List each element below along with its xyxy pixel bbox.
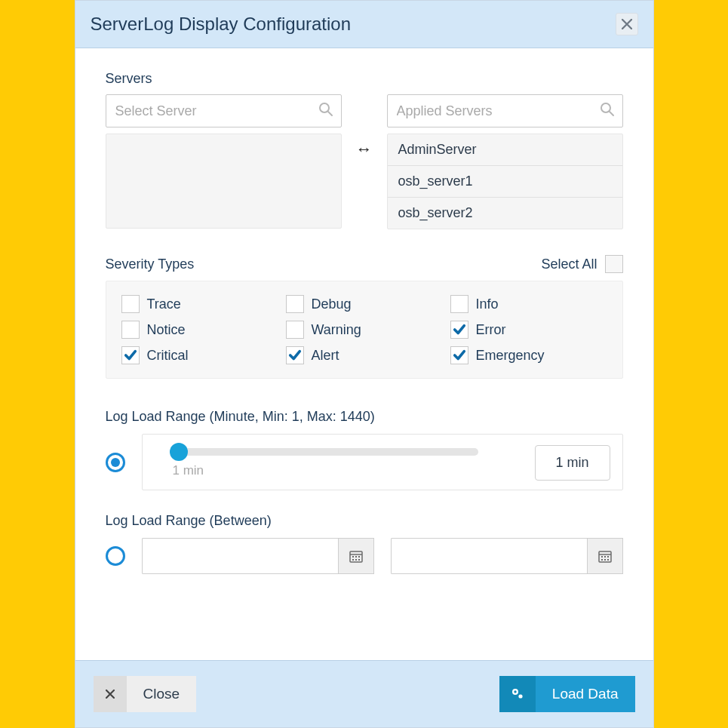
- severity-header: Severity Types Select All: [106, 255, 623, 273]
- severity-item: Trace: [121, 295, 278, 313]
- severity-checkbox[interactable]: [121, 295, 140, 313]
- severity-item: Warning: [286, 321, 443, 339]
- date-to-input[interactable]: [391, 538, 587, 574]
- range-minute-radio[interactable]: [106, 453, 125, 472]
- select-server-input[interactable]: [114, 103, 318, 120]
- svg-point-0: [320, 103, 329, 112]
- slider-thumb[interactable]: [170, 443, 188, 461]
- range-between-section: Log Load Range (Between): [106, 513, 623, 574]
- severity-item-label: Error: [476, 322, 506, 338]
- severity-item: Error: [450, 321, 607, 339]
- severity-checkbox[interactable]: [450, 295, 468, 313]
- svg-rect-18: [604, 559, 606, 561]
- close-icon[interactable]: [616, 13, 638, 35]
- load-data-button[interactable]: Load Data: [536, 676, 635, 712]
- svg-rect-10: [355, 559, 357, 561]
- svg-rect-16: [607, 556, 609, 558]
- severity-item-label: Critical: [147, 348, 189, 364]
- slider-box: 1 min 1 min: [142, 434, 623, 490]
- svg-line-3: [610, 112, 613, 115]
- modal-title: ServerLog Display Configuration: [91, 14, 352, 35]
- severity-grid: TraceDebugInfoNoticeWarningErrorCritical…: [106, 281, 623, 379]
- svg-rect-19: [607, 559, 609, 561]
- minute-value-box: 1 min: [535, 445, 610, 481]
- severity-item: Debug: [286, 295, 443, 313]
- severity-item: Critical: [121, 346, 278, 364]
- severity-item-label: Trace: [147, 296, 181, 312]
- severity-checkbox[interactable]: [286, 346, 304, 364]
- close-button-group: Close: [94, 676, 197, 712]
- available-servers-column: [106, 94, 342, 229]
- svg-rect-17: [601, 559, 603, 561]
- gears-icon[interactable]: [499, 676, 536, 712]
- severity-label: Severity Types: [106, 256, 195, 272]
- svg-rect-14: [601, 556, 603, 558]
- svg-rect-15: [604, 556, 606, 558]
- list-item[interactable]: osb_server2: [388, 198, 622, 229]
- applied-servers-input[interactable]: [395, 103, 600, 120]
- close-button-icon[interactable]: [94, 676, 127, 712]
- applied-servers-search[interactable]: [387, 94, 623, 127]
- calendar-icon[interactable]: [338, 538, 374, 574]
- severity-checkbox[interactable]: [286, 321, 304, 339]
- severity-checkbox[interactable]: [450, 321, 468, 339]
- list-item[interactable]: AdminServer: [388, 134, 622, 166]
- range-minute-section: Log Load Range (Minute, Min: 1, Max: 144…: [106, 409, 623, 490]
- svg-rect-11: [358, 559, 360, 561]
- search-icon: [318, 102, 333, 120]
- svg-rect-8: [358, 556, 360, 558]
- range-minute-row: 1 min 1 min: [106, 434, 623, 490]
- date-from-field: [142, 538, 374, 574]
- available-servers-list: [106, 134, 342, 229]
- close-button[interactable]: Close: [127, 676, 197, 712]
- severity-checkbox[interactable]: [286, 295, 304, 313]
- severity-checkbox[interactable]: [121, 321, 140, 339]
- slider-wrap: 1 min: [173, 448, 512, 478]
- servers-row: ↔ AdminServerosb_server1osb_server2: [106, 94, 623, 229]
- svg-rect-7: [355, 556, 357, 558]
- servers-label: Servers: [106, 71, 623, 87]
- severity-item-label: Debug: [312, 296, 352, 312]
- slider-track[interactable]: [173, 448, 478, 456]
- slider-value-label: 1 min: [173, 463, 512, 478]
- range-between-row: [106, 538, 623, 574]
- select-all-checkbox[interactable]: [605, 255, 623, 273]
- severity-item-label: Info: [476, 296, 499, 312]
- applied-servers-list: AdminServerosb_server1osb_server2: [387, 134, 623, 229]
- search-icon: [600, 102, 615, 120]
- date-to-field: [391, 538, 623, 574]
- severity-checkbox[interactable]: [121, 346, 140, 364]
- severity-item: Alert: [286, 346, 443, 364]
- severity-item-label: Warning: [312, 322, 361, 338]
- severity-item: Info: [450, 295, 607, 313]
- svg-point-2: [601, 103, 610, 112]
- calendar-icon[interactable]: [587, 538, 623, 574]
- severity-checkbox[interactable]: [450, 346, 468, 364]
- select-server-search[interactable]: [106, 94, 342, 127]
- modal-body: Servers ↔ AdminServeros: [75, 48, 653, 660]
- severity-item-label: Emergency: [476, 348, 545, 364]
- severity-item-label: Alert: [312, 348, 339, 364]
- severity-item: Notice: [121, 321, 278, 339]
- svg-rect-9: [352, 559, 354, 561]
- applied-servers-column: AdminServerosb_server1osb_server2: [387, 94, 623, 229]
- range-minute-label: Log Load Range (Minute, Min: 1, Max: 144…: [106, 409, 623, 425]
- select-all-group: Select All: [541, 255, 622, 273]
- load-button-group: Load Data: [499, 676, 635, 712]
- swap-icon[interactable]: ↔: [354, 94, 375, 159]
- svg-rect-6: [352, 556, 354, 558]
- date-from-input[interactable]: [142, 538, 338, 574]
- select-all-label: Select All: [541, 256, 597, 272]
- severity-item-label: Notice: [147, 322, 186, 338]
- modal-footer: Close Load Data: [75, 660, 653, 727]
- modal: ServerLog Display Configuration Servers …: [75, 0, 654, 728]
- severity-item: Emergency: [450, 346, 607, 364]
- list-item[interactable]: osb_server1: [388, 166, 622, 198]
- range-between-label: Log Load Range (Between): [106, 513, 623, 529]
- svg-line-1: [328, 112, 332, 115]
- modal-header: ServerLog Display Configuration: [75, 1, 653, 48]
- range-between-radio[interactable]: [106, 546, 125, 566]
